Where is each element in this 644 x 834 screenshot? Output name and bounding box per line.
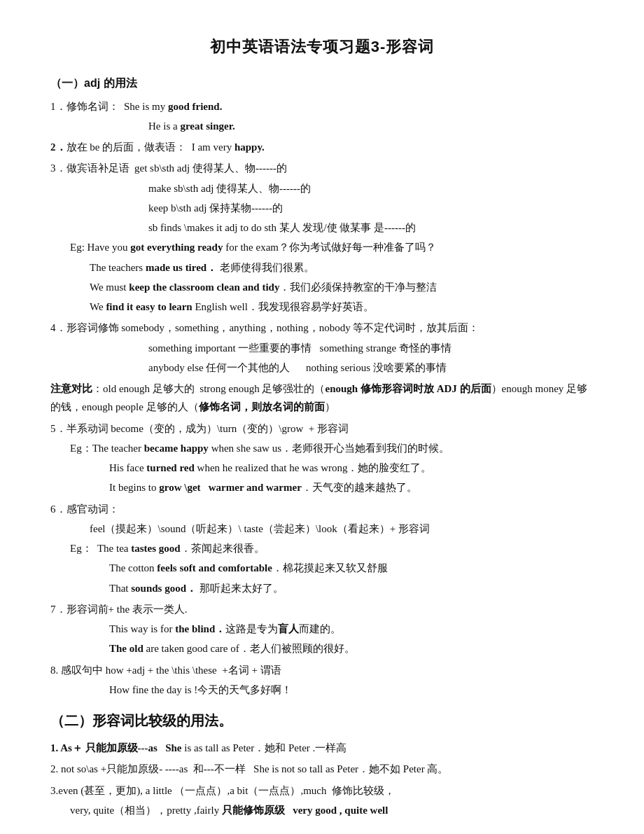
section-two-header: （二）形容词比较级的用法。 — [50, 709, 594, 733]
item-s2-3: 3.even (甚至，更加), a little （一点点）,a bit（一点点… — [50, 781, 594, 820]
item-5: 5．半系动词 become（变的，成为）\turn（变的）\grow + 形容词… — [50, 419, 594, 497]
page-title: 初中英语语法专项习题3-形容词 — [50, 34, 594, 61]
item-6: 6．感官动词： feel（摸起来）\sound（听起来）\ taste（尝起来）… — [50, 500, 594, 597]
item-2: 2．放在 be 的后面，做表语： I am very happy. — [50, 138, 594, 156]
item-4: 4．形容词修饰 somebody，something，anything，noth… — [50, 319, 594, 377]
item-note: 注意对比：old enough 足够大的 strong enough 足够强壮的… — [50, 380, 594, 417]
item-1: 1．修饰名词： She is my good friend. He is a g… — [50, 97, 594, 136]
item-7: 7．形容词前+ the 表示一类人. This way is for the b… — [50, 600, 594, 658]
item-s2-1: 1. As＋ 只能加原级---as She is as tall as Pete… — [50, 739, 594, 757]
item-8: 8. 感叹句中 how +adj + the \this \these +名词 … — [50, 661, 594, 700]
section-one-header: （一）adj 的用法 — [50, 74, 594, 93]
item-3: 3．做宾语补足语 get sb\sth adj 使得某人、物------的 ma… — [50, 159, 594, 316]
item-s2-2: 2. not so\as +只能加原级- ----as 和---不一样 She … — [50, 760, 594, 778]
